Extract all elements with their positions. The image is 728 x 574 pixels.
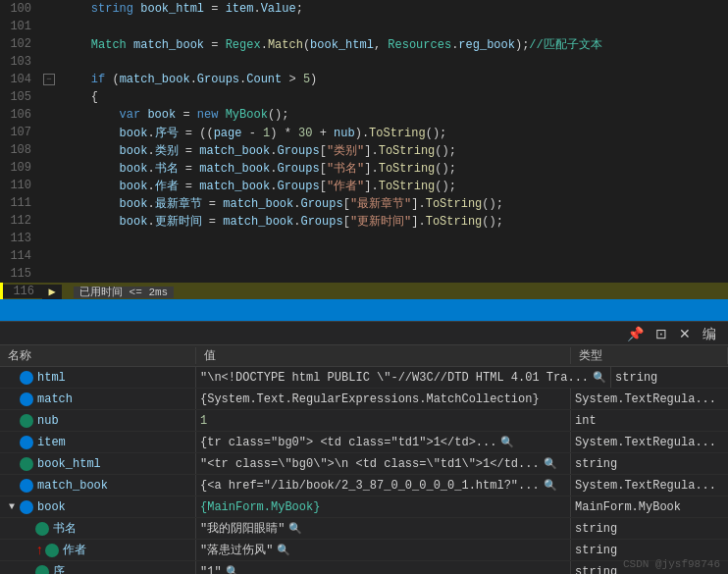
code-line-100: 100 string book_html = item.Value; xyxy=(0,0,728,18)
table-header: 名称 值 类型 xyxy=(0,345,728,367)
panel-float-button[interactable]: ⊡ xyxy=(651,327,671,340)
search-icon[interactable]: 🔍 xyxy=(277,544,290,556)
line-number: 110 xyxy=(0,179,39,192)
line-number: 103 xyxy=(0,55,39,69)
var-type-text: string xyxy=(615,371,657,385)
var-type-icon xyxy=(35,522,49,536)
line-number: 100 xyxy=(0,2,39,16)
var-name-cell: match xyxy=(0,389,196,409)
code-line-111: 111 book.最新章节 = match_book.Groups["最新章节"… xyxy=(0,194,728,212)
line-number: 109 xyxy=(0,161,39,175)
var-value-text: {tr class="bg0"> <td class="td1">1</td>.… xyxy=(200,436,496,449)
var-value-cell: "\n<!DOCTYPE html PUBLIC \"-//W3C//DTD H… xyxy=(196,367,611,388)
expand-icon[interactable]: ▼ xyxy=(4,499,20,515)
var-type-cell: string xyxy=(571,518,728,539)
line-content: book.序号 = ((page - 1) * 30 + nub).ToStri… xyxy=(59,125,728,141)
var-type-icon xyxy=(20,436,33,449)
table-row[interactable]: match{System.Text.RegularExpressions.Mat… xyxy=(0,389,728,410)
code-line-106: 106 var book = new MyBook(); xyxy=(0,106,728,124)
line-content: book.作者 = match_book.Groups["作者"].ToStri… xyxy=(59,178,728,194)
code-line-102: 102 Match match_book = Regex.Match(book_… xyxy=(0,35,728,53)
var-name-text: book_html xyxy=(37,457,101,471)
col-name: 名称 xyxy=(0,347,196,364)
table-row[interactable]: ↑作者"落患过伤风"🔍string xyxy=(0,540,728,561)
search-icon[interactable]: 🔍 xyxy=(288,522,302,535)
table-row[interactable]: book_html"<tr class=\"bg0\">\n <td class… xyxy=(0,453,728,475)
code-line-108: 108 book.类别 = match_book.Groups["类别"].To… xyxy=(0,141,728,159)
fold-icon[interactable]: − xyxy=(43,74,55,85)
var-type-icon xyxy=(20,479,33,493)
var-type-text: string xyxy=(575,522,617,536)
var-type-text: System.TextRegula... xyxy=(575,436,716,449)
line-content: string book_html = item.Value; xyxy=(59,2,728,16)
code-line-105: 105 { xyxy=(0,88,728,106)
line-content: book.类别 = match_book.Groups["类别"].ToStri… xyxy=(59,142,728,159)
table-row[interactable]: item{tr class="bg0"> <td class="td1">1</… xyxy=(0,432,728,453)
var-value-cell: "<tr class=\"bg0\">\n <td class=\"td1\">… xyxy=(196,453,571,474)
line-number: 113 xyxy=(0,232,39,245)
var-value-text: "我的阴阳眼睛" xyxy=(200,520,285,537)
watermark: CSDN @jysf98746 xyxy=(623,558,720,570)
code-line-103: 103 xyxy=(0,53,728,71)
var-name-cell: 序 xyxy=(0,561,196,574)
var-value-text: "\n<!DOCTYPE html PUBLIC \"-//W3C//DTD H… xyxy=(200,371,589,385)
panel-expand-button[interactable]: 编 xyxy=(699,327,720,340)
var-name-text: 作者 xyxy=(63,542,86,558)
table-row[interactable]: 书名"我的阴阳眼睛"🔍string xyxy=(0,518,728,540)
var-type-cell: int xyxy=(571,410,728,431)
line-number: 108 xyxy=(0,143,39,157)
line-number: 105 xyxy=(0,90,39,104)
code-line-104: 104− if (match_book.Groups.Count > 5) xyxy=(0,71,728,88)
search-icon[interactable]: 🔍 xyxy=(500,436,514,448)
var-type-text: MainForm.MyBook xyxy=(575,500,681,514)
search-icon[interactable]: 🔍 xyxy=(593,371,606,384)
var-name-cell: item xyxy=(0,432,196,452)
panel-pin-button[interactable]: 📌 xyxy=(623,327,648,340)
code-line-116: 116▶已用时间 <= 2ms xyxy=(0,283,728,299)
table-row[interactable]: ▼book{MainForm.MyBook}MainForm.MyBook xyxy=(0,496,728,518)
var-name-cell: ▼book xyxy=(0,496,196,517)
variables-table: 名称 值 类型 html"\n<!DOCTYPE html PUBLIC \"-… xyxy=(0,345,728,574)
line-number: 115 xyxy=(0,267,39,281)
var-value-cell: {MainForm.MyBook} xyxy=(196,496,571,517)
code-line-110: 110 book.作者 = match_book.Groups["作者"].To… xyxy=(0,177,728,194)
table-row[interactable]: 序"1"🔍string xyxy=(0,561,728,574)
var-type-text: string xyxy=(575,457,617,471)
panel-close-button[interactable]: ✕ xyxy=(675,327,695,340)
var-type-text: System.TextRegula... xyxy=(575,392,716,406)
var-value-cell: {System.Text.RegularExpressions.MatchCol… xyxy=(196,389,571,409)
search-icon[interactable]: 🔍 xyxy=(544,457,557,470)
code-line-114: 114 xyxy=(0,247,728,265)
var-type-cell: string xyxy=(611,367,728,388)
line-number: 116 xyxy=(3,285,42,298)
table-row[interactable]: nub1int xyxy=(0,410,728,432)
line-content: book.书名 = match_book.Groups["书名"].ToStri… xyxy=(59,160,728,177)
var-name-text: nub xyxy=(37,414,59,428)
var-name-cell: ↑作者 xyxy=(0,540,196,560)
status-bar xyxy=(0,299,728,321)
code-editor: 100 string book_html = item.Value;101102… xyxy=(0,0,728,299)
var-name-text: item xyxy=(37,436,66,449)
var-value-cell: "1"🔍 xyxy=(196,561,571,574)
var-name-cell: book_html xyxy=(0,453,196,474)
var-type-cell: System.TextRegula... xyxy=(571,389,728,409)
var-value-cell: {<a href="/lib/book/2_3_87_0_0_0_0_0_1.h… xyxy=(196,475,571,496)
var-value-text: 1 xyxy=(200,414,207,428)
execution-arrow-icon: ▶ xyxy=(48,285,55,299)
var-value-text: {MainForm.MyBook} xyxy=(200,500,320,514)
search-icon[interactable]: 🔍 xyxy=(226,565,239,574)
code-lines: 100 string book_html = item.Value;101102… xyxy=(0,0,728,299)
var-type-cell: MainForm.MyBook xyxy=(571,496,728,517)
var-name-text: book xyxy=(37,500,66,514)
var-type-cell: System.TextRegula... xyxy=(571,475,728,496)
table-row[interactable]: match_book{<a href="/lib/book/2_3_87_0_0… xyxy=(0,475,728,496)
search-icon[interactable]: 🔍 xyxy=(544,479,557,492)
var-value-text: {<a href="/lib/book/2_3_87_0_0_0_0_0_1.h… xyxy=(200,479,540,493)
table-row[interactable]: html"\n<!DOCTYPE html PUBLIC \"-//W3C//D… xyxy=(0,367,728,389)
line-content: 已用时间 <= 2ms xyxy=(62,285,728,299)
var-value-text: {System.Text.RegularExpressions.MatchCol… xyxy=(200,392,540,406)
line-content: Match match_book = Regex.Match(book_html… xyxy=(59,36,728,53)
var-value-cell: {tr class="bg0"> <td class="td1">1</td>.… xyxy=(196,432,571,452)
var-name-text: match xyxy=(37,392,73,406)
var-type-icon xyxy=(20,392,33,406)
